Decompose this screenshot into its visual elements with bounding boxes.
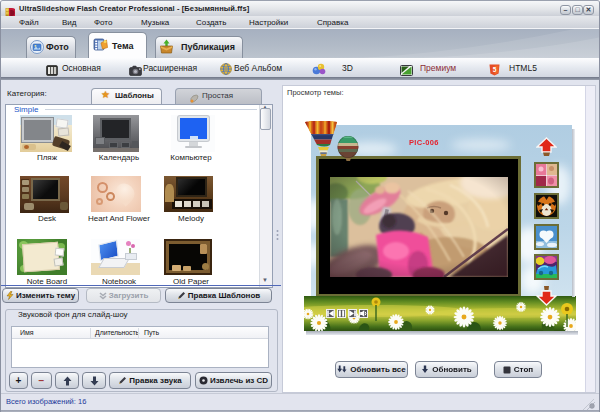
svg-text:5: 5 (493, 66, 497, 73)
